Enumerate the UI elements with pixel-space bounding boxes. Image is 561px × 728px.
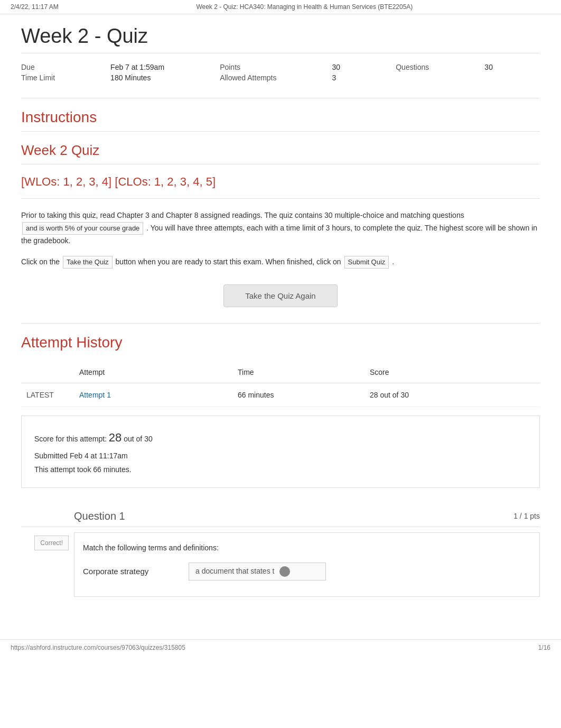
inline-worth: and is worth 5% of your course grade [22, 222, 143, 235]
attempt-link[interactable]: Attempt 1 [79, 391, 111, 399]
attempt-table: Attempt Time Score LATEST Attempt 1 66 m… [21, 362, 540, 407]
col-header-label [21, 362, 74, 383]
attempt-details-box: Score for this attempt: 28 out of 30 Sub… [21, 416, 540, 488]
submitted-line: Submitted Feb 4 at 11:17am [34, 449, 527, 463]
attempt-row-time: 66 minutes [232, 383, 364, 407]
due-label: Due [21, 63, 102, 71]
correct-badge: Correct! [34, 536, 69, 550]
match-term: Corporate strategy [83, 567, 178, 576]
take-quiz-button[interactable]: Take the Quiz Again [223, 284, 337, 307]
take-quiz-btn-container: Take the Quiz Again [21, 284, 540, 307]
questions-value: 30 [484, 63, 540, 71]
allowed-label: Allowed Attempts [220, 73, 323, 82]
attempt-row-link-cell: Attempt 1 [74, 383, 232, 407]
col-header-attempt: Attempt [74, 362, 232, 383]
table-row: LATEST Attempt 1 66 minutes 28 out of 30 [21, 383, 540, 407]
quiz-subtitle-divider [21, 164, 540, 164]
points-label: Points [220, 63, 323, 71]
wlo-line: [WLOs: 1, 2, 3, 4] [CLOs: 1, 2, 3, 4, 5] [21, 175, 540, 189]
col-header-score: Score [364, 362, 540, 383]
questions-label: Questions [396, 63, 476, 71]
quiz-subtitle: Week 2 Quiz [21, 142, 540, 159]
col-header-time: Time [232, 362, 364, 383]
duration-line: This attempt took 66 minutes. [34, 463, 527, 477]
question-sidebar: Correct! [21, 527, 74, 597]
bottom-bar: https://ashford.instructure.com/courses/… [0, 639, 561, 656]
attempt-row-score: 28 out of 30 [364, 383, 540, 407]
due-value: Feb 7 at 1:59am [110, 63, 211, 71]
match-row: Corporate strategy a document that state… [83, 563, 531, 580]
question-content: Match the following terms and definition… [74, 532, 540, 597]
score-large: 28 [109, 431, 121, 444]
bottom-page: 1/16 [538, 644, 550, 651]
timelimit-label: Time Limit [21, 73, 102, 82]
score-line: Score for this attempt: 28 out of 30 [34, 427, 527, 449]
question-instruction: Match the following terms and definition… [83, 543, 531, 552]
timelimit-value: 180 Minutes [110, 73, 211, 82]
meta-divider [21, 98, 540, 98]
instructions-heading: Instructions [21, 109, 540, 126]
bottom-url: https://ashford.instructure.com/courses/… [11, 644, 185, 651]
question-title: Question 1 [74, 510, 125, 522]
page-title: Week 2 - Quiz [21, 25, 540, 53]
inline-submit-quiz: Submit Quiz [344, 256, 389, 269]
points-value: 30 [332, 63, 388, 71]
attempt-row-label: LATEST [21, 383, 74, 407]
meta-table: Due Feb 7 at 1:59am Points 30 Questions … [21, 63, 540, 82]
attempt-history-divider [21, 323, 540, 324]
match-arrow-icon [279, 566, 290, 577]
question-pts: 1 / 1 pts [513, 512, 540, 520]
top-bar-title: Week 2 - Quiz: HCA340: Managing in Healt… [196, 3, 413, 11]
allowed-value: 3 [332, 73, 388, 82]
instructions-divider [21, 131, 540, 132]
top-bar-time: 2/4/22, 11:17 AM [11, 3, 59, 11]
match-definition-box: a document that states t [189, 563, 326, 580]
attempt-history-heading: Attempt History [21, 334, 540, 351]
top-bar: 2/4/22, 11:17 AM Week 2 - Quiz: HCA340: … [0, 0, 561, 14]
question-body: Correct! Match the following terms and d… [21, 527, 540, 597]
question-header: Question 1 1 / 1 pts [21, 504, 540, 527]
instructions-para1: Prior to taking this quiz, read Chapter … [21, 209, 540, 247]
instructions-para2: Click on the Take the Quiz button when y… [21, 256, 540, 269]
page-wrapper: Week 2 - Quiz Due Feb 7 at 1:59am Points… [0, 14, 561, 618]
question-section: Question 1 1 / 1 pts Correct! Match the … [21, 504, 540, 597]
inline-take-quiz: Take the Quiz [63, 256, 113, 269]
wlo-divider [21, 198, 540, 199]
